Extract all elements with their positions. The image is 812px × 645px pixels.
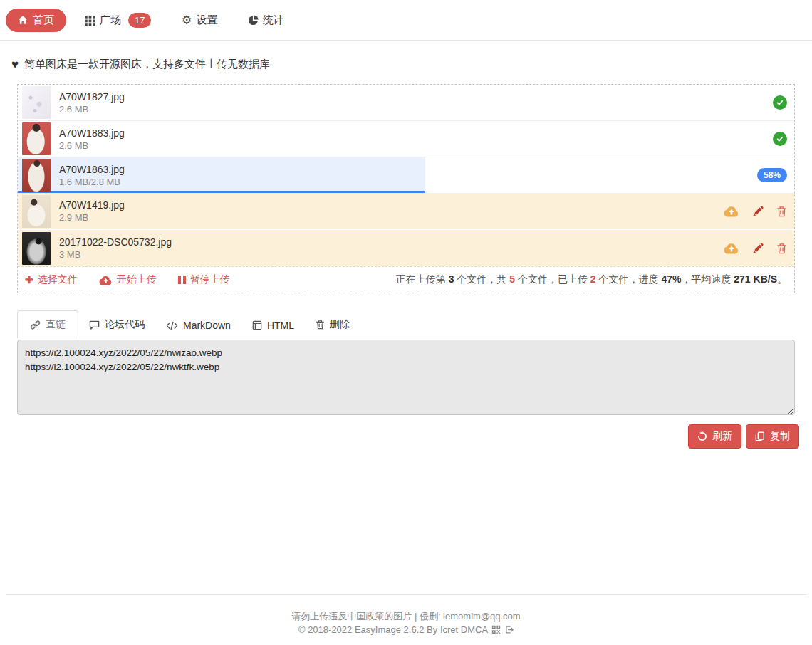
grid-icon [85, 15, 95, 26]
links-output-textarea[interactable]: https://i2.100024.xyz/2022/05/22/nwizao.… [17, 340, 795, 415]
file-row: A70W1883.jpg 2.6 MB [18, 121, 794, 157]
footer-copyright-line: © 2018-2022 EasyImage 2.6.2 By Icret DMC… [0, 623, 812, 636]
file-row: A70W1827.jpg 2.6 MB [18, 85, 794, 121]
pause-upload-label: 暂停上传 [190, 273, 230, 286]
file-size: 1.6 MB/2.8 MB [59, 177, 125, 187]
file-row-queued: A70W1419.jpg 2.9 MB [18, 194, 794, 230]
footer: 请勿上传违反中国政策的图片 | 侵删: lemomim@qq.com © 201… [0, 594, 812, 645]
heart-icon: ♥ [11, 58, 19, 70]
copy-button[interactable]: 复制 [746, 424, 799, 449]
file-size: 3 MB [59, 249, 172, 260]
tagline-text: 简单图床是一款开源图床，支持多文件上传无数据库 [24, 58, 270, 71]
tab-direct-link[interactable]: 直链 [17, 310, 78, 338]
file-name: A70W1419.jpg [59, 199, 125, 211]
file-name: A70W1863.jpg [59, 164, 125, 175]
file-size: 2.9 MB [59, 212, 125, 223]
file-thumbnail [22, 232, 51, 265]
nav-plaza-button[interactable]: 广场 17 [85, 13, 151, 28]
copy-icon [755, 431, 765, 441]
file-size: 2.6 MB [59, 104, 125, 115]
start-upload-button[interactable]: 开始上传 [99, 273, 157, 286]
output-buttons: 刷新 复制 [0, 424, 799, 449]
footer-policy-line: 请勿上传违反中国政策的图片 | 侵删: lemomim@qq.com [0, 609, 812, 623]
html-doc-icon [252, 320, 262, 330]
refresh-label: 刷新 [712, 430, 732, 443]
nav-plaza-label: 广场 [100, 14, 121, 27]
qr-code-icon[interactable] [491, 625, 501, 634]
tab-html[interactable]: HTML [241, 313, 305, 338]
nav-settings-label: 设置 [197, 14, 218, 27]
tab-delete[interactable]: 删除 [305, 311, 360, 338]
file-name: A70W1827.jpg [59, 91, 125, 103]
file-row-queued: 20171022-DSC05732.jpg 3 MB [18, 230, 794, 266]
nav-settings-button[interactable]: ⚙ 设置 [181, 14, 217, 27]
tab-markdown[interactable]: MarkDown [155, 313, 241, 338]
tab-markdown-label: MarkDown [183, 320, 231, 331]
choose-files-label: 选择文件 [38, 273, 78, 286]
success-check-icon [773, 95, 787, 110]
upload-file-icon[interactable] [724, 205, 739, 217]
tagline: ♥ 简单图床是一款开源图床，支持多文件上传无数据库 [11, 58, 812, 71]
upload-status-text: 正在上传第 3 个文件，共 5 个文件，已上传 2 个文件，进度 47%，平均速… [396, 273, 787, 286]
progress-percent-badge: 58% [757, 168, 787, 182]
delete-file-icon[interactable] [776, 243, 787, 254]
footer-divider [6, 594, 806, 595]
top-nav: 首页 广场 17 ⚙ 设置 统计 [0, 0, 812, 41]
tab-direct-link-label: 直链 [46, 318, 66, 331]
refresh-icon [697, 431, 707, 441]
upload-dropzone[interactable]: A70W1827.jpg 2.6 MB A70W1883.jpg 2.6 MB [17, 84, 795, 293]
home-icon [18, 15, 28, 25]
file-row-uploading: A70W1863.jpg 1.6 MB/2.8 MB 58% [18, 157, 794, 194]
output-tabs: 直链 论坛代码 MarkDown HTML 删除 [17, 310, 795, 338]
nav-stats-label: 统计 [263, 14, 284, 27]
gear-icon: ⚙ [181, 14, 192, 26]
pie-chart-icon [248, 15, 259, 26]
edit-file-icon[interactable] [752, 243, 764, 254]
code-icon [166, 321, 178, 330]
plus-icon: ✚ [25, 275, 33, 285]
pause-icon [178, 276, 186, 284]
file-thumbnail [22, 122, 51, 155]
copy-label: 复制 [770, 430, 790, 443]
pause-upload-button[interactable]: 暂停上传 [178, 273, 230, 286]
success-check-icon [773, 132, 787, 146]
file-name: 20171022-DSC05732.jpg [59, 236, 172, 248]
upload-file-icon[interactable] [724, 242, 739, 254]
edit-file-icon[interactable] [752, 206, 764, 217]
plaza-count-badge: 17 [128, 13, 151, 28]
delete-file-icon[interactable] [776, 206, 787, 217]
file-thumbnail [22, 195, 51, 228]
nav-home-label: 首页 [33, 14, 54, 27]
start-upload-label: 开始上传 [117, 273, 157, 286]
tab-forum-code[interactable]: 论坛代码 [78, 311, 155, 338]
tab-forum-code-label: 论坛代码 [105, 318, 145, 331]
uploader-toolbar: ✚ 选择文件 开始上传 暂停上传 正在上传第 3 个文件，共 5 个文件，已上传… [18, 266, 794, 293]
nav-stats-button[interactable]: 统计 [248, 14, 284, 27]
comment-icon [89, 320, 100, 330]
nav-home-button[interactable]: 首页 [6, 9, 66, 32]
refresh-button[interactable]: 刷新 [688, 424, 741, 449]
trash-icon [316, 320, 325, 330]
file-size: 2.6 MB [59, 140, 125, 151]
cloud-upload-icon [99, 275, 113, 285]
link-icon [30, 320, 41, 330]
sign-out-icon[interactable] [504, 625, 514, 634]
footer-copyright-text: © 2018-2022 EasyImage 2.6.2 By Icret DMC… [298, 623, 488, 636]
file-thumbnail [22, 159, 51, 192]
choose-files-button[interactable]: ✚ 选择文件 [25, 273, 78, 286]
file-name: A70W1883.jpg [59, 127, 125, 139]
tab-html-label: HTML [267, 320, 294, 331]
tab-delete-label: 删除 [330, 318, 350, 331]
file-thumbnail [22, 86, 51, 119]
